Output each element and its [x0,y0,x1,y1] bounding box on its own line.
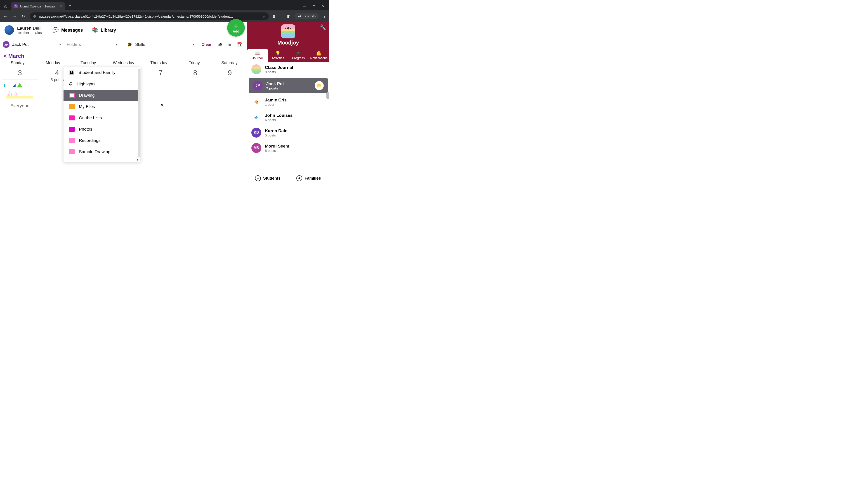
new-tab-button[interactable]: ＋ [68,3,72,8]
folder-item-photos[interactable]: Photos [64,124,141,135]
class-tabs: 📖Journal 💡Activities 🎓Progress 🔔Notifica… [247,49,329,62]
scrollbar[interactable] [327,92,329,99]
selected-student-name: Jack Pot [12,42,29,47]
cursor-icon: ↖ [161,103,164,108]
student-initials-badge: JP [3,41,9,48]
add-button[interactable]: + Add [227,19,245,37]
nav-messages[interactable]: 💬 Messages [53,27,83,33]
settings-wrench-icon[interactable]: 🔧 [320,24,326,30]
list-item[interactable]: 🐟 John Louises6 posts [247,109,329,125]
profile-shield-icon[interactable]: ◎ [2,2,9,10]
list-item[interactable]: Class Journal9 posts [247,62,329,77]
student-list: Class Journal9 posts JP Jack Pot7 posts … [247,62,329,172]
browser-tab[interactable]: S Journal Calendar - Seesaw ✕ [11,2,65,10]
student-selector[interactable]: JP Jack Pot ▼ [3,41,61,48]
tab-journal[interactable]: 📖Journal [247,49,268,62]
more-below-icon[interactable]: ▾ [64,158,141,162]
address-bar[interactable]: ⚙ app.seesaw.me/#/class/class.e01bf4c2-9… [30,12,269,20]
day-head-sun: Sunday [0,59,35,67]
plus-circle-icon: + [255,175,261,181]
folder-item-highlights[interactable]: ✪ Highlights [64,78,141,90]
nav-library[interactable]: 📚 Library [92,27,116,33]
month-label: < March [4,53,24,59]
avatar: 🐴 [251,97,261,107]
list-item[interactable]: MS Mordi Seem5 posts [247,140,329,156]
folder-item-my-files[interactable]: My Files [64,101,141,112]
calendar-grid: 3 ▮→◢ sh-a Everyone 4 6 posts 7 8 9 [0,67,247,112]
avatar: 🐟 [251,112,261,122]
url-text: app.seesaw.me/#/class/class.e01bf4c2-9a2… [38,14,260,18]
activities-icon: 💡 [268,51,288,56]
folders-dropdown[interactable]: Folders ▲ [64,42,123,47]
downloads-icon[interactable]: ⭳ [279,14,283,18]
folder-icon [69,127,75,132]
plus-icon: + [234,23,238,29]
folder-icon [69,93,75,98]
list-item[interactable]: 🐴 Jamie Cris1 post [247,94,329,109]
calendar-day-headers: Sunday Monday Tuesday Wednesday Thursday… [0,59,247,67]
post-thumbnail[interactable]: ▮→◢ sh-a [2,79,38,102]
folder-icon [69,138,75,143]
site-info-icon[interactable]: ⚙ [33,14,36,19]
star-badge-icon: ✪ [69,81,72,87]
list-item[interactable]: JP Jack Pot7 posts 📁 [249,78,328,93]
user-role: Teacher · 1 Class [17,31,43,35]
folder-item-student-family[interactable]: 👪 Student and Family [64,67,141,78]
add-students-button[interactable]: +Students [250,175,286,181]
folder-item-sample-drawing[interactable]: Sample Drawing [64,146,141,158]
skills-dropdown[interactable]: 🎓 Skills ▼ [125,42,199,47]
skills-icon: 🎓 [127,42,132,47]
library-icon: 📚 [92,27,98,33]
day-cell[interactable]: 9 [213,67,247,112]
incognito-icon: 🕶 [298,14,301,18]
sidepanel-icon[interactable]: ◧ [287,14,290,19]
close-tab-icon[interactable]: ✕ [59,4,62,8]
day-cell[interactable]: 3 ▮→◢ sh-a Everyone [0,67,40,112]
day-head-fri: Friday [177,59,212,67]
window-close-icon[interactable]: ✕ [322,4,324,8]
add-families-button[interactable]: +Families [290,175,327,181]
list-item[interactable]: KD Karen Dale5 posts [247,125,329,140]
forward-icon[interactable]: → [12,14,17,19]
list-view-icon[interactable]: ≡ [228,42,231,47]
bookmark-star-icon[interactable]: ☆ [262,14,266,19]
window-minimize-icon[interactable]: ― [303,4,306,8]
day-head-thu: Thursday [141,59,177,67]
avatar: KD [251,128,261,138]
tab-notifications[interactable]: 🔔Notifications [309,49,329,62]
browser-menu-icon[interactable]: ⋮ [323,14,327,19]
current-user-chip[interactable]: Lauren Deli Teacher · 1 Class [4,25,43,35]
day-head-tue: Tuesday [70,59,106,67]
print-icon[interactable]: 🖶 [218,42,222,47]
folder-icon [69,104,75,109]
extensions-icon[interactable]: ⊞ [272,14,275,19]
back-icon[interactable]: ← [3,14,8,19]
day-cell[interactable]: 8 [178,67,213,112]
month-header[interactable]: < March [0,51,247,59]
avatar [251,64,261,74]
people-icon: 👪 [69,70,74,75]
folder-icon [69,149,75,154]
calendar-view-icon[interactable]: 📅 [237,42,243,47]
clear-filters-button[interactable]: Clear [202,42,212,47]
browser-toolbar: ← → ⟳ ⚙ app.seesaw.me/#/class/class.e01b… [0,10,329,22]
day-head-wed: Wednesday [106,59,141,67]
bell-icon: 🔔 [309,51,329,56]
folder-item-drawing[interactable]: Drawing [64,90,141,101]
folder-item-on-the-lists[interactable]: On the Lists [64,112,141,124]
reload-icon[interactable]: ⟳ [21,14,26,19]
tab-progress[interactable]: 🎓Progress [288,49,309,62]
folder-icon [69,116,75,121]
class-logo[interactable] [281,24,295,38]
incognito-badge[interactable]: 🕶 Incognito [294,13,319,20]
progress-icon: 🎓 [288,51,309,56]
tab-activities[interactable]: 💡Activities [268,49,288,62]
tab-title: Journal Calendar - Seesaw [20,5,58,8]
day-head-sat: Saturday [212,59,247,67]
window-maximize-icon[interactable]: ▢ [313,4,315,8]
scrollbar[interactable] [138,69,141,157]
journal-icon: 📖 [247,51,268,56]
avatar [4,25,14,35]
folder-item-recordings[interactable]: Recordings [64,135,141,146]
chevron-down-icon: ▼ [59,43,61,46]
